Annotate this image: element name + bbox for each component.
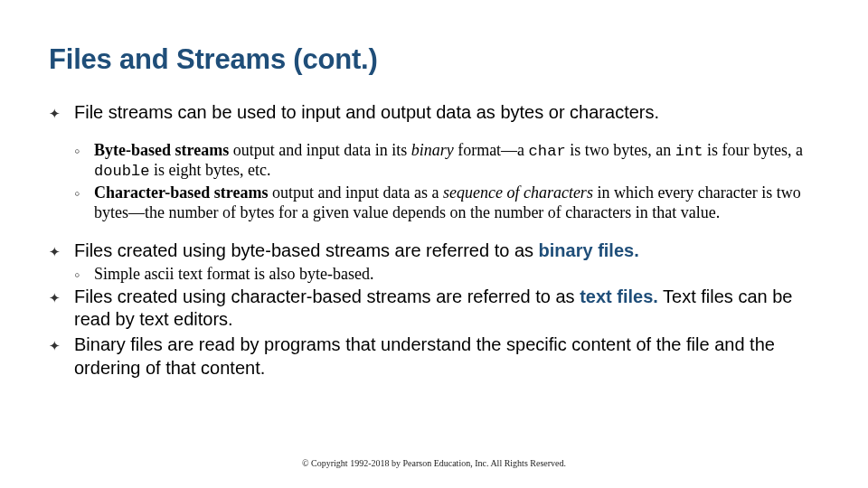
- bullet-item-1: ✦ File streams can be used to input and …: [49, 101, 819, 125]
- bullet-icon: ✦: [49, 286, 74, 332]
- sub-bullet-text: Character-based streams output and input…: [94, 183, 819, 223]
- sub-bullet-2a: ◦ Simple ascii text format is also byte-…: [74, 265, 819, 286]
- bullet-item-4: ✦ Binary files are read by programs that…: [49, 333, 819, 380]
- sub-bullet-icon: ◦: [74, 183, 94, 223]
- page-title: Files and Streams (cont.): [49, 43, 819, 76]
- bullet-text: Binary files are read by programs that u…: [74, 333, 819, 380]
- bullet-icon: ✦: [49, 333, 74, 380]
- sub-bullet-text: Byte-based streams output and input data…: [94, 141, 819, 183]
- bullet-item-3: ✦ Files created using character-based st…: [49, 286, 819, 332]
- slide: Files and Streams (cont.) ✦ File streams…: [0, 0, 868, 488]
- bullet-text: Files created using byte-based streams a…: [74, 239, 819, 263]
- bullet-icon: ✦: [49, 239, 74, 263]
- sub-bullet-icon: ◦: [74, 141, 94, 183]
- bullet-item-2: ✦ Files created using byte-based streams…: [49, 239, 819, 263]
- bullet-text: Files created using character-based stre…: [74, 286, 819, 332]
- sub-bullet-1b: ◦ Character-based streams output and inp…: [74, 183, 819, 223]
- bullet-text: File streams can be used to input and ou…: [74, 101, 819, 125]
- bullet-icon: ✦: [49, 101, 74, 125]
- sub-bullet-icon: ◦: [74, 265, 94, 286]
- copyright-footer: © Copyright 1992-2018 by Pearson Educati…: [0, 458, 868, 468]
- content-body: ✦ File streams can be used to input and …: [49, 101, 819, 380]
- sub-bullet-text: Simple ascii text format is also byte-ba…: [94, 265, 819, 286]
- sub-bullet-1a: ◦ Byte-based streams output and input da…: [74, 141, 819, 183]
